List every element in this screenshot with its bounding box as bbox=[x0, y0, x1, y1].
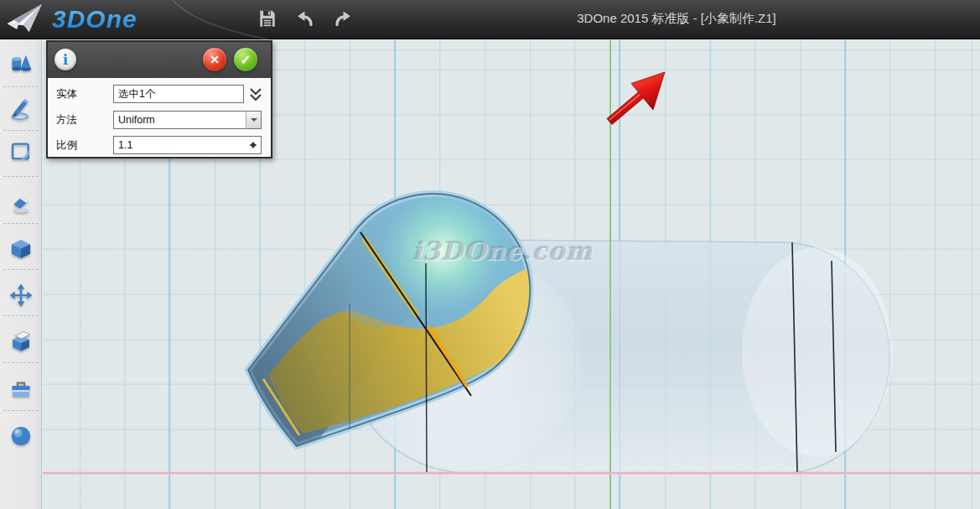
chevron-double-down-icon[interactable] bbox=[249, 86, 262, 101]
sidebar-item-material-sphere[interactable] bbox=[9, 424, 33, 448]
title-bar: 3DOne bbox=[0, 0, 980, 39]
method-field-label: 方法 bbox=[56, 111, 77, 129]
cube-icon bbox=[9, 237, 33, 261]
redo-icon bbox=[332, 8, 354, 29]
scale-dialog: i ✕ ✓ 实体 方法 Uni bbox=[46, 40, 272, 158]
eraser-icon bbox=[9, 191, 33, 215]
sidebar-divider bbox=[3, 130, 39, 131]
dropdown-arrow-icon[interactable] bbox=[246, 112, 261, 128]
confirm-check-icon: ✓ bbox=[240, 52, 251, 68]
save-button[interactable] bbox=[255, 4, 280, 33]
sidebar-item-freehand-sketch[interactable] bbox=[9, 97, 33, 121]
primitive-solids-icon bbox=[9, 51, 33, 75]
tool-sidebar bbox=[0, 40, 42, 509]
info-icon[interactable]: i bbox=[54, 49, 76, 70]
brand-name: 3DOne bbox=[52, 5, 137, 34]
direction-arrow bbox=[607, 72, 665, 125]
sidebar-item-solid-cube[interactable] bbox=[9, 237, 33, 261]
spinner-arrows[interactable] bbox=[248, 138, 258, 153]
ratio-field-label: 比例 bbox=[56, 136, 77, 154]
dialog-body: 实体 方法 Uniform 比例 bbox=[48, 78, 271, 157]
entity-input[interactable] bbox=[113, 85, 244, 103]
method-dropdown[interactable]: Uniform bbox=[113, 111, 262, 129]
sidebar-item-move[interactable] bbox=[9, 283, 33, 307]
sidebar-divider bbox=[3, 362, 39, 363]
sidebar-divider bbox=[3, 269, 39, 270]
undo-icon bbox=[294, 8, 316, 29]
undo-button[interactable] bbox=[293, 4, 318, 33]
toolbox-icon bbox=[9, 377, 33, 400]
sphere-icon bbox=[9, 424, 33, 448]
entity-field-label: 实体 bbox=[56, 85, 77, 103]
sidebar-item-combine[interactable] bbox=[9, 330, 33, 353]
paper-plane-icon bbox=[3, 1, 47, 39]
pencil-sketch-icon bbox=[9, 97, 33, 121]
sidebar-divider bbox=[3, 410, 39, 411]
app-logo: 3DOne bbox=[5, 3, 137, 36]
ratio-input[interactable] bbox=[113, 136, 262, 154]
rectangle-sketch-icon bbox=[9, 140, 33, 164]
app-window: 3DOne bbox=[0, 0, 980, 509]
sidebar-item-toolbox[interactable] bbox=[9, 377, 33, 400]
silhouette-line bbox=[426, 263, 427, 472]
cancel-button[interactable]: ✕ bbox=[203, 48, 226, 71]
sidebar-divider bbox=[3, 86, 39, 87]
sidebar-divider bbox=[3, 223, 39, 224]
sidebar-divider bbox=[3, 315, 39, 316]
ratio-spinner bbox=[113, 136, 262, 154]
method-dropdown-value: Uniform bbox=[114, 112, 261, 128]
window-title: 3DOne 2015 标准版 - [小象制作.Z1] bbox=[542, 11, 811, 27]
move-arrows-icon bbox=[9, 283, 33, 307]
dialog-header: i ✕ ✓ bbox=[48, 42, 271, 78]
redo-button[interactable] bbox=[330, 4, 355, 33]
sidebar-divider bbox=[3, 176, 39, 177]
sidebar-item-sketch-shapes[interactable] bbox=[9, 140, 33, 164]
quick-access-toolbar bbox=[255, 4, 355, 33]
spinner-down-icon[interactable] bbox=[250, 144, 257, 152]
cube-sheet-icon bbox=[9, 330, 33, 353]
3d-viewport[interactable]: i3DOne.com i ✕ ✓ 实体 bbox=[43, 40, 980, 509]
sidebar-item-primitive-solids[interactable] bbox=[9, 51, 33, 75]
cancel-x-icon: ✕ bbox=[210, 53, 220, 66]
confirm-button[interactable]: ✓ bbox=[234, 48, 257, 71]
save-icon bbox=[257, 8, 278, 29]
info-glyph: i bbox=[63, 51, 68, 68]
sidebar-item-eraser[interactable] bbox=[9, 191, 33, 215]
